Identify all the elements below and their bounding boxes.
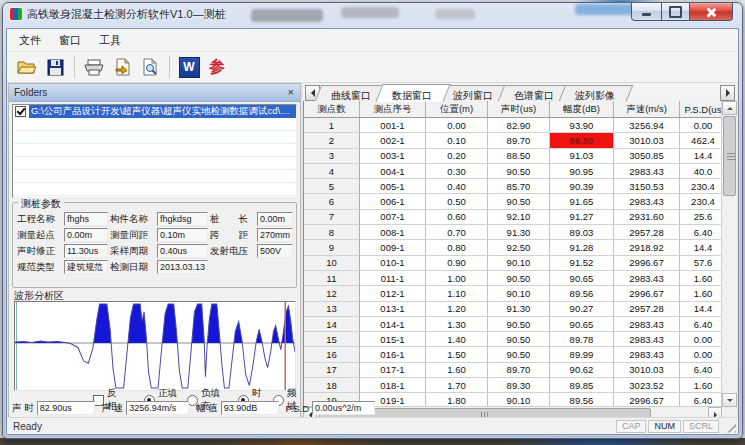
table-cell[interactable]: 0.00	[680, 118, 722, 133]
table-cell[interactable]: 1.30	[426, 317, 488, 332]
table-cell[interactable]: 016-1	[360, 347, 426, 362]
table-cell[interactable]: 90.39	[550, 179, 614, 194]
table-cell[interactable]: 90.50	[488, 332, 550, 347]
column-header[interactable]: 声时(us)	[488, 101, 550, 118]
column-header[interactable]: 测点数	[304, 101, 360, 118]
save-button[interactable]	[42, 55, 68, 79]
table-cell[interactable]: 91.03	[550, 149, 614, 164]
table-cell[interactable]: 2983.43	[614, 317, 680, 332]
readout-value[interactable]: 93.90dB	[221, 401, 279, 415]
table-cell[interactable]: 2957.28	[614, 225, 680, 240]
table-cell[interactable]: 6.40	[680, 363, 722, 378]
table-cell[interactable]: 1.60	[680, 286, 722, 301]
table-cell[interactable]: 89.56	[550, 393, 614, 407]
preview-button[interactable]	[137, 55, 163, 79]
table-cell[interactable]: 2983.43	[614, 347, 680, 362]
table-cell[interactable]: 2983.43	[614, 271, 680, 286]
table-cell[interactable]: 90.95	[550, 164, 614, 179]
table-cell[interactable]: 2996.67	[614, 393, 680, 407]
table-cell[interactable]: 1.40	[426, 332, 488, 347]
table-cell[interactable]: 7	[304, 210, 360, 225]
table-cell[interactable]: 14.4	[680, 302, 722, 317]
table-cell[interactable]: 82.90	[488, 118, 550, 133]
title-bar[interactable]: 高铁墩身混凝土检测分析软件V1.0—测桩	[3, 3, 742, 27]
table-cell[interactable]: 89.70	[488, 133, 550, 148]
table-cell[interactable]: 89.70	[488, 363, 550, 378]
table-cell[interactable]: 90.65	[550, 271, 614, 286]
table-cell[interactable]: 017-1	[360, 363, 426, 378]
table-cell[interactable]: 010-1	[360, 256, 426, 271]
table-cell[interactable]: 005-1	[360, 179, 426, 194]
param-value[interactable]: 270mm	[257, 228, 293, 242]
table-cell[interactable]: 90.50	[488, 271, 550, 286]
table-cell[interactable]: 0.20	[426, 149, 488, 164]
table-cell[interactable]: 011-1	[360, 271, 426, 286]
table-cell[interactable]: 008-1	[360, 225, 426, 240]
table-cell[interactable]: 0.70	[426, 225, 488, 240]
table-cell[interactable]: 4	[304, 164, 360, 179]
print-button[interactable]	[81, 55, 107, 79]
param-value[interactable]: 0.10m	[157, 228, 208, 242]
table-cell[interactable]: 1.00	[426, 271, 488, 286]
table-cell[interactable]: 91.28	[550, 240, 614, 255]
table-cell[interactable]: 15	[304, 332, 360, 347]
table-cell[interactable]: 91.30	[488, 225, 550, 240]
folder-list[interactable]: G:\公司产品设计开发\超声仪器\超声仪实地检测数据调试cd\cd03\cd03…	[12, 104, 297, 198]
table-cell[interactable]: 91.30	[488, 302, 550, 317]
param-value[interactable]: 0.00m	[64, 228, 108, 242]
tab-2[interactable]: 数据窗口	[375, 84, 450, 102]
tab-scroll-right-button[interactable]	[720, 85, 735, 101]
param-value[interactable]: 0.40us	[157, 244, 208, 258]
table-cell[interactable]: 002-1	[360, 133, 426, 148]
table-cell[interactable]: 92.50	[488, 240, 550, 255]
table-cell[interactable]: 14.4	[680, 149, 722, 164]
menu-item-2[interactable]: 窗口	[50, 30, 90, 51]
table-cell[interactable]: 007-1	[360, 210, 426, 225]
table-cell[interactable]: 16	[304, 347, 360, 362]
table-cell[interactable]: 6.40	[680, 225, 722, 240]
table-cell[interactable]: 90.50	[488, 347, 550, 362]
table-cell[interactable]: 230.4	[680, 179, 722, 194]
column-header[interactable]: 幅度(dB)	[550, 101, 614, 118]
table-cell[interactable]: 11	[304, 271, 360, 286]
table-cell[interactable]: 14	[304, 317, 360, 332]
table-cell[interactable]: 57.6	[680, 256, 722, 271]
table-cell[interactable]: 2983.43	[614, 194, 680, 209]
minimize-button[interactable]	[631, 3, 662, 21]
table-cell[interactable]: 17	[304, 363, 360, 378]
table-cell[interactable]: 90.10	[488, 256, 550, 271]
table-cell[interactable]: 10	[304, 256, 360, 271]
table-cell[interactable]: 3010.03	[614, 133, 680, 148]
table-cell[interactable]: 006-1	[360, 194, 426, 209]
menu-item-3[interactable]: 工具	[90, 30, 130, 51]
table-cell[interactable]: 009-1	[360, 240, 426, 255]
table-cell[interactable]: 89.78	[550, 332, 614, 347]
table-cell[interactable]: 1.10	[426, 286, 488, 301]
table-cell[interactable]: 8	[304, 225, 360, 240]
table-cell[interactable]: 9	[304, 240, 360, 255]
maximize-button[interactable]	[662, 3, 690, 21]
scroll-up-button[interactable]	[722, 101, 737, 115]
table-cell[interactable]: 018-1	[360, 378, 426, 393]
table-cell[interactable]: 90.62	[550, 363, 614, 378]
table-cell[interactable]: 1	[304, 118, 360, 133]
table-cell[interactable]: 90.10	[488, 393, 550, 407]
table-cell[interactable]: 89.99	[550, 347, 614, 362]
column-header[interactable]: 声速(m/s)	[614, 101, 680, 118]
table-cell[interactable]: 013-1	[360, 302, 426, 317]
scroll-down-button[interactable]	[722, 393, 737, 407]
table-cell[interactable]: 14.4	[680, 240, 722, 255]
table-cell[interactable]: 90.27	[550, 302, 614, 317]
table-cell[interactable]: 18	[304, 378, 360, 393]
table-cell[interactable]: 89.85	[550, 378, 614, 393]
close-panel-button[interactable]: ×	[282, 85, 300, 100]
table-cell[interactable]: 89.30	[488, 378, 550, 393]
table-cell[interactable]: 91.52	[550, 256, 614, 271]
vertical-scrollbar[interactable]	[721, 101, 737, 407]
table-cell[interactable]: 12	[304, 286, 360, 301]
highlighted-cell[interactable]: 86.80	[550, 133, 614, 148]
column-header[interactable]: P.S.D(us	[680, 101, 722, 118]
table-cell[interactable]: 2983.43	[614, 164, 680, 179]
table-cell[interactable]: 2931.60	[614, 210, 680, 225]
table-cell[interactable]: 230.4	[680, 194, 722, 209]
